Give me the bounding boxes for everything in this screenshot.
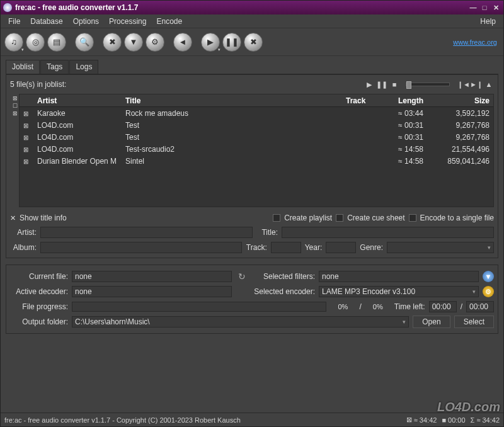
cell-title: Test-srcaudio2	[122, 145, 342, 154]
open-button[interactable]: Open	[413, 316, 450, 328]
table-row[interactable]: ⊠Durian Blender Open MSintel≈ 14:58859,0…	[20, 155, 493, 167]
current-file-field: none	[72, 271, 232, 282]
title-label: Title:	[256, 228, 278, 237]
col-length[interactable]: Length	[377, 96, 427, 105]
current-file-label: Current file:	[10, 272, 68, 281]
preview-prev-button[interactable]: ❙◄	[459, 80, 469, 89]
preview-pause-button[interactable]: ❚❚	[377, 80, 387, 89]
config-button[interactable]: ⚙	[146, 33, 164, 52]
preview-seek-slider[interactable]	[406, 83, 450, 86]
row-check-icon[interactable]: ⊠	[23, 146, 28, 153]
table-row[interactable]: ⊠LO4D.comTest-srcaudio2≈ 14:5821,554,496	[20, 143, 493, 155]
close-button[interactable]: ✕	[491, 3, 501, 12]
table-row[interactable]: ⊠LO4D.comTest≈ 00:319,267,768	[20, 131, 493, 143]
col-size[interactable]: Size	[427, 96, 493, 105]
menu-processing[interactable]: Processing	[104, 16, 151, 27]
menu-help[interactable]: Help	[475, 16, 501, 27]
cell-length: ≈ 03:44	[377, 109, 427, 118]
select-toggle-check-icon[interactable]: ⊠	[13, 110, 18, 117]
selected-encoder-dropdown[interactable]: LAME MP3 Encoder v3.100	[319, 286, 479, 297]
album-field[interactable]	[40, 242, 242, 253]
table-header: Artist Title Track Length Size	[20, 94, 493, 107]
col-title[interactable]: Title	[122, 96, 342, 105]
add-cd-button[interactable]: ◎	[26, 33, 45, 52]
settings-button[interactable]: ✖	[103, 33, 122, 52]
year-field[interactable]	[326, 242, 356, 253]
menu-encode[interactable]: Encode	[151, 16, 187, 27]
menu-options[interactable]: Options	[68, 16, 104, 27]
output-folder-field[interactable]: C:\Users\ahorn\Music\	[72, 316, 409, 327]
col-track[interactable]: Track	[342, 96, 377, 105]
encoder-config-icon[interactable]: ⚙	[483, 286, 494, 297]
col-artist[interactable]: Artist	[33, 96, 122, 105]
disc-icon: ◎	[32, 37, 39, 47]
track-field[interactable]	[271, 242, 301, 253]
search-button[interactable]: 🔍	[75, 33, 94, 52]
filter-button[interactable]: ▼	[124, 33, 143, 52]
select-all-check-icon[interactable]: ⊠	[13, 95, 18, 101]
play-button[interactable]: ▶▾	[201, 33, 220, 52]
time-left-2: 00:00	[466, 301, 494, 312]
back-button[interactable]: ◄	[173, 33, 192, 52]
filters-config-icon[interactable]: ▼	[483, 271, 494, 282]
preview-eject-button[interactable]: ▲	[484, 80, 494, 89]
cell-size: 9,267,768	[427, 133, 493, 142]
menu-database[interactable]: Database	[25, 16, 67, 27]
table-row[interactable]: ⊠KaraokeRock me amadeus≈ 03:443,592,192	[20, 107, 493, 119]
stop-x-icon: ✖	[250, 37, 257, 47]
progress-pct1: 0%	[330, 303, 355, 310]
tab-joblist[interactable]: Joblist	[6, 60, 40, 74]
cell-artist: LO4D.com	[33, 121, 122, 130]
create-playlist-checkbox[interactable]	[273, 214, 280, 222]
cell-title: Test	[122, 121, 342, 130]
selected-filters-label: Selected filters:	[252, 272, 315, 281]
create-cue-checkbox[interactable]	[336, 214, 343, 222]
titlebar: fre:ac - free audio converter v1.1.7 — □…	[1, 1, 503, 14]
row-check-icon[interactable]: ⊠	[23, 110, 28, 117]
pause-button[interactable]: ❚❚	[222, 33, 241, 52]
active-decoder-field: none	[72, 286, 232, 297]
arrow-left-icon: ◄	[179, 37, 187, 47]
status-total-length: ≈ 34:42	[414, 416, 437, 424]
progress-pct2: 0%	[365, 303, 391, 310]
maximize-button[interactable]: □	[479, 3, 490, 12]
row-check-icon[interactable]: ⊠	[23, 122, 28, 129]
active-decoder-label: Active decoder:	[10, 287, 68, 296]
joblist-count: 5 file(s) in joblist:	[10, 80, 66, 89]
select-button[interactable]: Select	[454, 316, 494, 328]
cell-artist: LO4D.com	[33, 145, 122, 154]
cell-title: Sintel	[122, 157, 342, 166]
file-progress-label: File progress:	[10, 302, 68, 311]
window-title: fre:ac - free audio converter v1.1.7	[15, 3, 138, 12]
tab-logs[interactable]: Logs	[69, 60, 98, 74]
cell-length: ≈ 14:58	[377, 157, 427, 166]
refresh-icon[interactable]: ↻	[236, 271, 248, 282]
output-folder-label: Output folder:	[10, 317, 68, 326]
toolbar: ♫▾ ◎ ▤ 🔍 ✖ ▼ ⚙ ◄ ▶▾ ❚❚ ✖ www.freac.org	[1, 28, 503, 56]
menu-file[interactable]: File	[3, 16, 25, 27]
stop-button[interactable]: ✖	[244, 33, 263, 52]
stop-small-icon: ■	[442, 416, 446, 424]
cell-length: ≈ 14:58	[377, 145, 427, 154]
tab-tags[interactable]: Tags	[40, 60, 69, 74]
status-total-length2: ≈ 34:42	[476, 416, 500, 424]
time-left-label: Time left:	[394, 302, 425, 311]
time-left-1: 00:00	[429, 301, 457, 312]
artist-field[interactable]	[40, 227, 253, 238]
preview-stop-button[interactable]: ■	[389, 80, 399, 89]
encode-single-checkbox[interactable]	[409, 214, 416, 222]
genre-dropdown[interactable]	[387, 242, 494, 253]
show-title-info-label[interactable]: Show title info	[20, 214, 67, 222]
table-row[interactable]: ⊠LO4D.comTest≈ 00:319,267,768	[20, 119, 493, 131]
add-files-button[interactable]: ♫▾	[4, 33, 23, 52]
row-check-icon[interactable]: ⊠	[23, 158, 28, 165]
website-link[interactable]: www.freac.org	[453, 38, 497, 46]
preview-play-button[interactable]: ▶	[364, 80, 374, 89]
select-none-check-icon[interactable]: ☐	[13, 103, 18, 109]
row-check-icon[interactable]: ⊠	[23, 134, 28, 141]
title-field[interactable]	[282, 227, 494, 238]
preview-next-button[interactable]: ►❙	[471, 80, 481, 89]
remove-button[interactable]: ▤	[47, 33, 66, 52]
minimize-button[interactable]: —	[468, 3, 478, 12]
wrench-icon: ✖	[109, 37, 116, 47]
